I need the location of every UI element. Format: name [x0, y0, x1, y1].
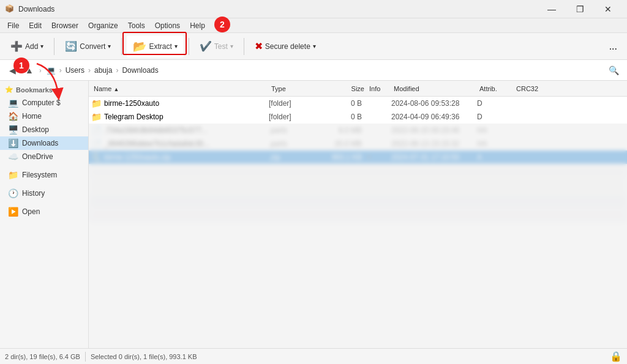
col-header-name[interactable]: Name ▲	[91, 85, 269, 92]
sidebar-item-home[interactable]: 🏠 Home	[0, 110, 88, 123]
breadcrumb-downloads[interactable]: Downloads	[119, 65, 160, 76]
minimize-button[interactable]: —	[538, 0, 566, 18]
statusbar: 2 dir(s), 19 file(s), 6.4 GB Selected 0 …	[0, 348, 627, 364]
breadcrumb-sep-3: ›	[116, 66, 118, 75]
bookmarks-label: Bookmarks	[16, 86, 53, 94]
add-dropdown-icon[interactable]: ▾	[40, 43, 43, 50]
breadcrumb-separator-0: ›	[39, 67, 42, 74]
folder-icon: 📁	[91, 98, 102, 108]
file-name-text: Telegram Desktop	[104, 113, 163, 121]
open-icon: ▶️	[7, 207, 18, 217]
sidebar-item-open[interactable]: ▶️ Open	[0, 205, 88, 218]
test-icon: ✔️	[200, 40, 212, 52]
sidebar-item-history[interactable]: 🕐 History	[0, 187, 88, 200]
file-size: 0 B	[318, 99, 367, 108]
table-row[interactable]: 📁 birme-1250xauto [folder] 0 B 2024-08-0…	[89, 97, 627, 110]
sidebar-item-open-label: Open	[22, 207, 40, 216]
sidebar-bookmarks-header: ⭐ Bookmarks	[0, 83, 88, 96]
sidebar-item-desktop-label: Desktop	[22, 125, 49, 134]
back-button[interactable]: ◀	[5, 63, 20, 78]
search-button[interactable]: 🔍	[605, 62, 622, 79]
sidebar-item-onedrive-label: OneDrive	[22, 152, 53, 161]
separator-2	[121, 38, 122, 55]
breadcrumb-computer[interactable]: 💻	[44, 65, 58, 76]
sidebar-item-downloads[interactable]: ⬇️ Downloads	[0, 136, 88, 150]
secure-delete-button[interactable]: ✖ Secure delete ▾	[249, 35, 321, 58]
statusbar-separator	[85, 352, 86, 362]
secure-delete-label: Secure delete	[265, 42, 310, 51]
filesystem-icon: 📁	[7, 170, 18, 180]
separator-1	[54, 38, 54, 55]
breadcrumb-users[interactable]: Users	[63, 65, 87, 76]
sidebar-item-filesystem-label: Filesystem	[22, 171, 57, 179]
menu-tools[interactable]: Tools	[123, 18, 150, 32]
up-button[interactable]: ▲	[22, 63, 37, 78]
statusbar-selected: Selected 0 dir(s), 1 file(s), 993.1 KB	[91, 353, 197, 360]
menu-browser[interactable]: Browser	[47, 18, 83, 32]
file-name-telegram: 📁 Telegram Desktop	[91, 112, 269, 122]
file-type: [folder]	[269, 99, 318, 108]
col-header-type[interactable]: Type	[269, 85, 318, 92]
blurred-overlay	[89, 124, 627, 348]
history-icon: 🕐	[7, 188, 18, 198]
breadcrumb: 💻 › Users › abuja › Downloads	[44, 65, 603, 76]
menubar: File Edit Browser Organize Tools Options…	[0, 18, 627, 33]
menu-help[interactable]: Help	[185, 18, 210, 32]
secure-delete-dropdown-icon[interactable]: ▾	[313, 43, 316, 50]
extract-icon: 📂	[133, 40, 146, 53]
main-area: ⭐ Bookmarks 💻 Computer $ 🏠 Home 🖥️ Deskt…	[0, 81, 627, 348]
sidebar-item-onedrive[interactable]: ☁️ OneDrive	[0, 150, 88, 163]
file-name-birme: 📁 birme-1250xauto	[91, 98, 269, 108]
test-dropdown-icon[interactable]: ▾	[230, 43, 233, 50]
menu-options[interactable]: Options	[150, 18, 185, 32]
menu-organize[interactable]: Organize	[83, 18, 123, 32]
col-header-attrib[interactable]: Attrib.	[477, 85, 514, 92]
add-button[interactable]: ➕ Add ▾	[5, 35, 49, 58]
filelist-body[interactable]: 📁 birme-1250xauto [folder] 0 B 2024-08-0…	[89, 97, 627, 348]
breadcrumb-sep-1: ›	[59, 66, 62, 75]
toolbar: ➕ Add ▾ 🔄 Convert ▾ 📂 Extract ▾ ✔️ Test …	[0, 33, 627, 60]
home-icon: 🏠	[7, 111, 18, 121]
separator-4	[244, 38, 244, 55]
col-header-modified[interactable]: Modified	[391, 85, 477, 92]
file-attrib: D	[477, 99, 514, 108]
col-header-info[interactable]: Info	[367, 85, 391, 92]
sidebar-item-desktop[interactable]: 🖥️ Desktop	[0, 123, 88, 136]
extract-button[interactable]: 📂 Extract ▾	[127, 35, 183, 58]
sidebar-item-downloads-label: Downloads	[22, 139, 58, 147]
extract-dropdown-icon[interactable]: ▾	[175, 43, 178, 50]
filelist-header: Name ▲ Type Size Info Modified Attrib. C…	[89, 81, 627, 97]
close-button[interactable]: ✕	[594, 0, 622, 18]
window-controls: — ❐ ✕	[538, 0, 622, 18]
test-button[interactable]: ✔️ Test ▾	[194, 35, 239, 58]
sidebar-item-computer[interactable]: 💻 Computer $	[0, 96, 88, 110]
lock-icon: 🔒	[610, 351, 622, 362]
app-icon: 📦	[5, 4, 15, 14]
convert-button[interactable]: 🔄 Convert ▾	[59, 35, 116, 58]
statusbar-summary: 2 dir(s), 19 file(s), 6.4 GB	[5, 353, 80, 360]
add-label: Add	[25, 42, 38, 51]
secure-delete-icon: ✖	[255, 40, 263, 52]
file-attrib: D	[477, 113, 514, 121]
separator-3	[189, 38, 189, 55]
addressbar: ◀ ▲ › 💻 › Users › abuja › Downloads 🔍	[0, 60, 627, 81]
convert-label: Convert	[80, 42, 105, 51]
sort-arrow: ▲	[113, 86, 119, 92]
file-type: [folder]	[269, 113, 318, 121]
menu-edit[interactable]: Edit	[24, 18, 47, 32]
titlebar: 📦 Downloads — ❐ ✕	[0, 0, 627, 18]
menu-file[interactable]: File	[2, 18, 24, 32]
sidebar-item-history-label: History	[22, 189, 45, 198]
star-icon: ⭐	[5, 86, 13, 94]
col-header-crc32[interactable]: CRC32	[514, 85, 563, 92]
col-header-size[interactable]: Size	[318, 85, 367, 92]
convert-dropdown-icon[interactable]: ▾	[108, 43, 111, 50]
toolbar-more-button[interactable]: ...	[604, 39, 622, 54]
filelist: Name ▲ Type Size Info Modified Attrib. C…	[89, 81, 627, 348]
sidebar-item-filesystem[interactable]: 📁 Filesystem	[0, 168, 88, 182]
file-size: 0 B	[318, 113, 367, 121]
table-row[interactable]: 📁 Telegram Desktop [folder] 0 B 2024-04-…	[89, 110, 627, 124]
breadcrumb-abuja[interactable]: abuja	[92, 65, 115, 76]
sidebar-item-computer-label: Computer $	[22, 98, 61, 107]
maximize-button[interactable]: ❐	[566, 0, 594, 18]
